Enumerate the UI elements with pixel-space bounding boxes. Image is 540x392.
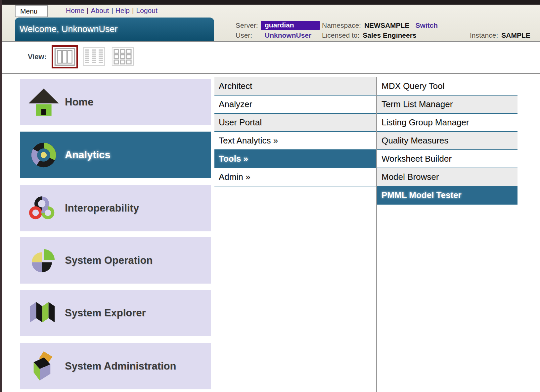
sidebar-item-label: System Operation xyxy=(65,255,153,266)
sidebar-item-label: System Administration xyxy=(65,360,176,372)
tools-item-quality-measures[interactable]: Quality Measures xyxy=(377,132,518,150)
instance-info: Instance: SAMPLE xyxy=(470,20,530,40)
header: Menu Home|About|Help|Logout Welcome, Unk… xyxy=(2,5,540,42)
management-portal: Menu Home|About|Help|Logout Welcome, Unk… xyxy=(0,0,540,392)
nav-separator: | xyxy=(132,7,134,14)
namespace-label: Namespace: xyxy=(322,21,361,29)
user-value-link[interactable]: UnknownUser xyxy=(265,31,311,39)
submenu-item-analyzer[interactable]: Analyzer xyxy=(214,96,376,114)
sidebar-item-system-operation[interactable]: System Operation xyxy=(20,237,211,284)
column-view-button[interactable] xyxy=(52,45,78,68)
server-user-info: Server: guardian User: UnknownUser xyxy=(236,20,320,40)
sidebar-item-system-explorer[interactable]: System Explorer xyxy=(20,290,211,336)
top-nav: Home|About|Help|Logout xyxy=(66,7,158,15)
nav-separator: | xyxy=(87,7,88,14)
submenu-item-text-analytics[interactable]: Text Analytics » xyxy=(214,132,376,150)
welcome-text: Welcome, UnknownUser xyxy=(20,24,118,34)
sidebar-item-label: Home xyxy=(65,96,93,108)
interoperability-icon xyxy=(24,193,64,223)
list-view-icon xyxy=(83,47,105,66)
system-operation-icon xyxy=(24,245,64,276)
home-icon xyxy=(24,87,64,117)
menu-column-divider xyxy=(376,77,377,392)
list-view-button[interactable] xyxy=(83,47,105,66)
tools-item-listing-group-manager[interactable]: Listing Group Manager xyxy=(377,114,518,132)
instance-value: SAMPLE xyxy=(501,31,530,39)
sidebar-item-label: Interoperability xyxy=(65,202,139,214)
server-value-badge: guardian xyxy=(261,21,320,30)
tools-item-pmml-model-tester[interactable]: PMML Model Tester xyxy=(377,186,518,205)
licensed-to-value: Sales Engineers xyxy=(363,31,416,39)
submenu-item-tools[interactable]: Tools » xyxy=(214,150,376,168)
namespace-license-info: Namespace: NEWSAMPLE Switch Licensed to:… xyxy=(322,20,438,40)
submenu-item-architect[interactable]: Architect xyxy=(214,77,376,96)
menu-button-label: Menu xyxy=(20,7,38,15)
sidebar-item-system-administration[interactable]: System Administration xyxy=(20,343,211,389)
tools-submenu: MDX Query Tool Term List Manager Listing… xyxy=(377,77,518,205)
system-administration-icon xyxy=(24,350,64,382)
grid-view-icon xyxy=(112,47,134,66)
instance-label: Instance: xyxy=(470,31,498,39)
window-top-strip xyxy=(0,0,540,5)
nav-link-about[interactable]: About xyxy=(91,7,109,14)
main-content: Home Analytics xyxy=(2,74,540,392)
switch-namespace-link[interactable]: Switch xyxy=(415,21,438,29)
window-left-strip xyxy=(0,0,2,392)
nav-link-help[interactable]: Help xyxy=(115,7,130,14)
namespace-value: NEWSAMPLE xyxy=(364,21,410,29)
nav-separator: | xyxy=(111,7,113,14)
nav-link-logout[interactable]: Logout xyxy=(136,7,158,14)
nav-link-home[interactable]: Home xyxy=(66,7,84,14)
column-view-icon xyxy=(54,48,76,66)
grid-view-button[interactable] xyxy=(112,47,134,66)
submenu-item-user-portal[interactable]: User Portal xyxy=(214,114,376,132)
licensed-to-label: Licensed to: xyxy=(322,31,359,39)
welcome-banner: Welcome, UnknownUser xyxy=(15,18,214,41)
analytics-submenu: Architect Analyzer User Portal Text Anal… xyxy=(214,77,376,186)
user-label: User: xyxy=(236,31,261,39)
sidebar-item-label: System Explorer xyxy=(65,307,146,319)
sidebar-item-label: Analytics xyxy=(65,149,111,161)
menu-button[interactable]: Menu xyxy=(15,5,48,17)
view-label: View: xyxy=(28,53,47,61)
sidebar-item-analytics[interactable]: Analytics xyxy=(20,132,211,178)
tools-item-mdx-query-tool[interactable]: MDX Query Tool xyxy=(377,77,518,96)
server-label: Server: xyxy=(236,21,261,29)
tools-item-worksheet-builder[interactable]: Worksheet Builder xyxy=(377,150,518,168)
view-bar: View: xyxy=(2,42,540,74)
tools-item-term-list-manager[interactable]: Term List Manager xyxy=(377,96,518,114)
system-explorer-icon xyxy=(24,298,64,328)
sidebar-item-home[interactable]: Home xyxy=(20,79,211,125)
tools-item-model-browser[interactable]: Model Browser xyxy=(377,168,518,186)
analytics-icon xyxy=(24,140,64,170)
sidebar-item-interoperability[interactable]: Interoperability xyxy=(20,185,211,231)
submenu-item-admin[interactable]: Admin » xyxy=(214,168,376,186)
